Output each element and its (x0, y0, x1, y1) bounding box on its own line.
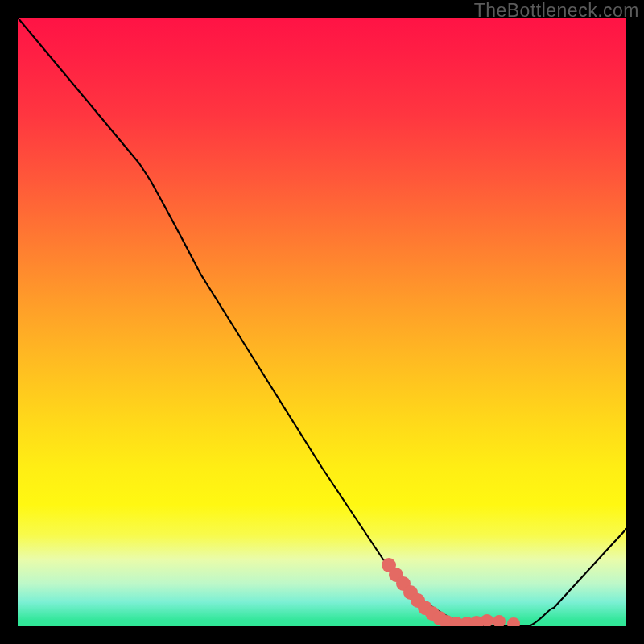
svg-point-12 (481, 614, 493, 626)
plot-area (18, 18, 626, 626)
watermark-text: TheBottleneck.com (474, 0, 639, 22)
highlight-points (382, 558, 520, 626)
chart-overlay (18, 18, 626, 626)
svg-point-14 (507, 617, 520, 626)
bottleneck-curve (18, 18, 626, 626)
chart-container: TheBottleneck.com (0, 0, 644, 644)
svg-point-13 (493, 615, 506, 626)
